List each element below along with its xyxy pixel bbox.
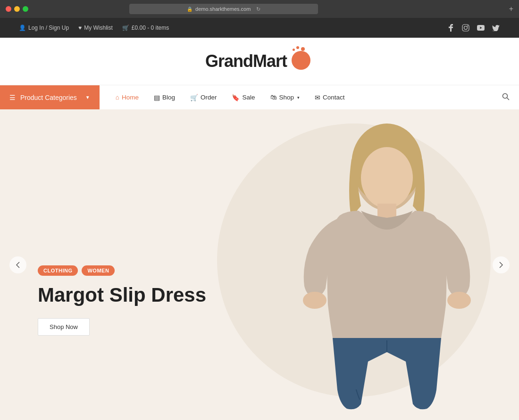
refresh-button[interactable]: ↻	[256, 6, 260, 12]
heart-icon: ♥	[78, 25, 82, 31]
hero-content: CLOTHING WOMEN Margot Slip Dress Shop No…	[38, 265, 206, 336]
new-tab-button[interactable]: +	[509, 5, 513, 13]
svg-point-10	[447, 292, 471, 309]
nav-shop[interactable]: 🛍 Shop ▾	[264, 85, 307, 110]
svg-point-9	[303, 292, 326, 309]
nav-contact[interactable]: ✉ Contact	[308, 85, 352, 110]
slider-next-button[interactable]	[493, 256, 510, 273]
svg-rect-0	[462, 25, 469, 31]
site-content: 👤 Log In / Sign Up ♥ My Wishlist 🛒 £0.00…	[0, 18, 519, 420]
user-icon: 👤	[19, 25, 26, 31]
nav-home-label: Home	[122, 94, 139, 101]
nav-blog-label: Blog	[162, 94, 175, 101]
sale-icon: 🔖	[232, 94, 240, 101]
search-button[interactable]	[502, 93, 519, 102]
cart-label: £0.00 - 0 items	[132, 25, 169, 31]
nav-shop-label: Shop	[279, 94, 294, 101]
traffic-lights	[6, 6, 28, 12]
nav-order-label: Order	[201, 94, 217, 101]
browser-titlebar: 🔒 demo.sharkthemes.com ↻ +	[0, 0, 519, 18]
maximize-button[interactable]	[23, 6, 28, 12]
hamburger-icon: ☰	[9, 94, 16, 101]
nav-bar: ☰ Product Categories ▼ ⌂ Home ▤ Blog 🛒 O…	[0, 85, 519, 109]
top-bar-left: 👤 Log In / Sign Up ♥ My Wishlist 🛒 £0.00…	[19, 25, 169, 31]
cart-link[interactable]: 🛒 £0.00 - 0 items	[122, 25, 169, 31]
logo-text: GrandMart	[205, 51, 287, 71]
nav-home[interactable]: ⌂ Home	[109, 85, 145, 110]
top-bar-social	[446, 24, 500, 32]
header: GrandMart	[0, 38, 519, 85]
contact-icon: ✉	[315, 94, 320, 101]
categories-arrow-icon: ▼	[85, 95, 90, 100]
order-icon: 🛒	[190, 94, 198, 101]
categories-label: Product Categories	[20, 94, 77, 101]
svg-point-2	[467, 25, 468, 26]
hero-title: Margot Slip Dress	[38, 283, 206, 307]
categories-button[interactable]: ☰ Product Categories ▼	[0, 85, 100, 110]
blog-icon: ▤	[154, 94, 160, 101]
nav-order[interactable]: 🛒 Order	[184, 85, 224, 110]
url-text: demo.sharkthemes.com	[195, 6, 251, 12]
nav-contact-label: Contact	[323, 94, 345, 101]
nav-sale[interactable]: 🔖 Sale	[225, 85, 261, 110]
wishlist-label: My Wishlist	[84, 25, 113, 31]
svg-point-3	[503, 93, 508, 98]
instagram-icon[interactable]	[461, 24, 470, 32]
svg-line-4	[507, 98, 510, 100]
home-icon: ⌂	[116, 94, 119, 101]
hero-tag-women[interactable]: WOMEN	[82, 265, 115, 276]
shop-now-button[interactable]: Shop Now	[38, 318, 90, 336]
login-label: Log In / Sign Up	[28, 25, 69, 31]
nav-links: ⌂ Home ▤ Blog 🛒 Order 🔖 Sale 🛍 Shop ▾ ✉	[100, 85, 361, 110]
svg-point-7	[361, 147, 413, 208]
logo[interactable]: GrandMart	[205, 51, 314, 71]
logo-icon	[288, 46, 314, 70]
nav-sale-label: Sale	[242, 94, 255, 101]
browser-chrome: 🔒 demo.sharkthemes.com ↻ +	[0, 0, 519, 18]
close-button[interactable]	[6, 6, 11, 12]
address-bar[interactable]: 🔒 demo.sharkthemes.com ↻	[129, 4, 318, 14]
wishlist-link[interactable]: ♥ My Wishlist	[78, 25, 113, 31]
shop-dropdown-icon: ▾	[297, 95, 300, 100]
minimize-button[interactable]	[14, 6, 20, 12]
twitter-icon[interactable]	[492, 24, 500, 32]
slider-prev-button[interactable]	[9, 256, 26, 273]
lock-icon: 🔒	[187, 7, 193, 12]
hero-model-image	[274, 116, 486, 415]
hero-tags: CLOTHING WOMEN	[38, 265, 206, 276]
hero-section: CLOTHING WOMEN Margot Slip Dress Shop No…	[0, 109, 519, 420]
login-link[interactable]: 👤 Log In / Sign Up	[19, 25, 69, 31]
youtube-icon[interactable]	[477, 24, 485, 32]
svg-point-1	[464, 26, 468, 30]
cart-icon: 🛒	[122, 25, 129, 31]
top-bar: 👤 Log In / Sign Up ♥ My Wishlist 🛒 £0.00…	[0, 18, 519, 38]
shop-icon: 🛍	[270, 94, 277, 101]
facebook-icon[interactable]	[446, 24, 455, 32]
nav-blog[interactable]: ▤ Blog	[147, 85, 182, 110]
hero-tag-clothing[interactable]: CLOTHING	[38, 265, 78, 276]
